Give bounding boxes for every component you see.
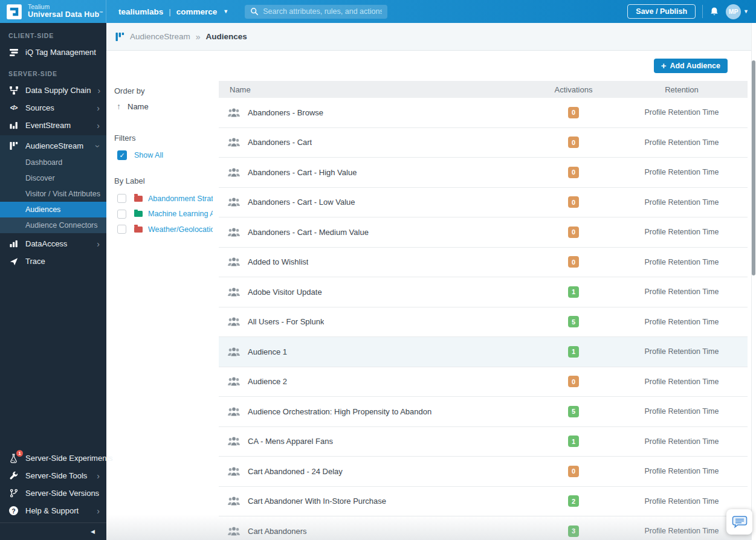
retention-value: Profile Retention Time — [645, 527, 719, 535]
brand-product: Universal Data Hub™ — [28, 11, 103, 19]
audience-row[interactable]: Abandoners - Cart - Low Value 0 Profile … — [219, 188, 748, 218]
notifications-bell-icon[interactable] — [709, 7, 719, 17]
breadcrumb-current: Audiences — [206, 32, 247, 41]
audience-row[interactable]: CA - Mens Apparel Fans 1 Profile Retenti… — [219, 427, 748, 457]
activations-cell: 0 — [531, 107, 616, 118]
audience-row[interactable]: Abandoners - Browse 0 Profile Retention … — [219, 98, 748, 128]
audience-name: CA - Mens Apparel Fans — [248, 437, 333, 446]
activations-badge: 2 — [568, 495, 579, 507]
sidebar-item-server-side-experiments[interactable]: 1 Server-Side Experiments — [0, 449, 106, 467]
sidebar-item-audiencestream[interactable]: AudienceStream › — [0, 137, 106, 155]
audience-row[interactable]: Audience Orchestration: High Propensity … — [219, 397, 748, 427]
label-checkbox[interactable] — [117, 225, 126, 234]
scrollbar-thumb[interactable] — [752, 60, 755, 275]
audience-group-icon — [227, 527, 241, 536]
sidebar-item-visitor-visit-attributes[interactable]: Visitor / Visit Attributes — [0, 186, 106, 202]
app-root: Tealium Universal Data Hub™ tealiumlabs … — [0, 0, 756, 540]
account-separator: | — [169, 7, 171, 16]
column-header-activations[interactable]: Activations — [531, 85, 616, 94]
audience-name-cell: Audience 1 — [219, 347, 531, 356]
retention-value: Profile Retention Time — [645, 437, 719, 446]
retention-cell: Profile Retention Time — [616, 407, 748, 416]
label-name: Machine Learning A... — [148, 210, 213, 218]
filters-label: Filters — [114, 133, 213, 143]
save-publish-button[interactable]: Save / Publish — [627, 4, 696, 19]
sidebar-item-sources[interactable]: </> Sources › — [0, 99, 106, 117]
section-label-server-side: SERVER-SIDE — [0, 61, 106, 82]
sidebar-item-label: Data Supply Chain — [25, 86, 91, 95]
label-filter-item[interactable]: Weather/Geolocation — [117, 222, 213, 237]
account-profile-switcher[interactable]: tealiumlabs | commerce ▼ — [118, 7, 228, 16]
search-input[interactable] — [263, 7, 382, 16]
audience-row[interactable]: Abandoners - Cart 0 Profile Retention Ti… — [219, 128, 748, 158]
sidebar-collapse[interactable]: ◀ — [0, 522, 106, 540]
vertical-scrollbar[interactable] — [751, 23, 756, 540]
retention-cell: Profile Retention Time — [616, 378, 748, 386]
breadcrumb-parent[interactable]: AudienceStream — [130, 32, 190, 41]
chat-widget-button[interactable] — [726, 509, 752, 535]
sidebar-item-audience-connectors[interactable]: Audience Connectors — [0, 217, 106, 233]
sidebar-item-server-side-tools[interactable]: Server-Side Tools › — [0, 467, 106, 484]
add-audience-button[interactable]: + Add Audience — [654, 59, 728, 73]
audience-row[interactable]: Added to Wishlist 0 Profile Retention Ti… — [219, 248, 748, 278]
chevron-right-icon: › — [97, 121, 100, 130]
profile-name: commerce — [176, 7, 218, 16]
label-checkbox[interactable] — [117, 210, 126, 219]
breadcrumb-separator-icon: » — [196, 32, 201, 42]
avatar[interactable]: MP — [726, 4, 741, 19]
sidebar-item-dashboard[interactable]: Dashboard — [0, 155, 106, 170]
label-filter-item[interactable]: Abandonment Strat... — [117, 191, 213, 207]
retention-value: Profile Retention Time — [645, 497, 719, 506]
activations-cell: 0 — [531, 466, 616, 477]
sidebar: CLIENT-SIDE iQ Tag Management SERVER-SID… — [0, 23, 106, 540]
audience-group-icon — [227, 497, 241, 506]
audience-row[interactable]: Cart Abandoner With In-Store Purchase 2 … — [219, 487, 748, 517]
activations-cell: 1 — [531, 286, 616, 298]
retention-cell: Profile Retention Time — [616, 168, 748, 176]
table-header: Name Activations Retention — [219, 81, 748, 98]
audience-row[interactable]: Adobe Visitor Update 1 Profile Retention… — [219, 277, 748, 307]
audience-row[interactable]: Audience 1 1 Profile Retention Time — [219, 337, 748, 367]
audience-group-icon — [227, 467, 241, 476]
sidebar-item-dataaccess[interactable]: DataAccess › — [0, 235, 106, 252]
global-search[interactable] — [245, 5, 387, 19]
column-header-name[interactable]: Name — [219, 85, 531, 94]
audience-row[interactable]: All Users - For Splunk 5 Profile Retenti… — [219, 307, 748, 338]
sidebar-item-help-support[interactable]: ? Help & Support › — [0, 502, 106, 519]
audience-row[interactable]: Cart Abandoners 3 Profile Retention Time — [219, 516, 748, 540]
retention-cell: Profile Retention Time — [616, 108, 748, 117]
sidebar-item-eventstream[interactable]: EventStream › — [0, 117, 106, 134]
versions-branch-icon — [8, 489, 19, 498]
column-header-retention[interactable]: Retention — [616, 85, 748, 94]
experiments-badge: 1 — [16, 450, 23, 457]
label-checkbox[interactable] — [117, 194, 126, 203]
label-filter-item[interactable]: Machine Learning A... — [117, 207, 213, 222]
audience-row[interactable]: Abandoners - Cart - High Value 0 Profile… — [219, 158, 748, 188]
audience-row[interactable]: Cart Abandoned - 24 Delay 0 Profile Rete… — [219, 457, 748, 487]
sidebar-item-iq-tag-management[interactable]: iQ Tag Management — [0, 43, 106, 61]
show-all-label: Show All — [134, 151, 163, 159]
brand[interactable]: Tealium Universal Data Hub™ — [0, 0, 106, 23]
sidebar-item-label: Server-Side Experiments — [25, 454, 113, 463]
sidebar-item-data-supply-chain[interactable]: Data Supply Chain › — [0, 82, 106, 99]
sidebar-item-server-side-versions[interactable]: Server-Side Versions — [0, 484, 106, 502]
activations-cell: 1 — [531, 436, 616, 447]
audience-row[interactable]: Abandoners - Cart - Medium Value 0 Profi… — [219, 217, 748, 248]
audiencestream-group: AudienceStream › Dashboard Discover Visi… — [0, 135, 106, 233]
sidebar-item-trace[interactable]: Trace — [0, 252, 106, 270]
show-all-checkbox[interactable]: ✓ — [117, 150, 127, 160]
sidebar-item-audiences[interactable]: Audiences — [0, 202, 106, 217]
activations-badge: 1 — [568, 436, 579, 447]
audience-group-icon — [227, 198, 241, 207]
header-actions: Save / Publish MP ▼ — [627, 4, 756, 19]
label-name: Abandonment Strat... — [148, 194, 213, 203]
sidebar-item-discover[interactable]: Discover — [0, 170, 106, 186]
sidebar-item-label: DataAccess — [25, 239, 67, 248]
user-menu[interactable]: MP ▼ — [726, 4, 749, 19]
audience-name: Audience Orchestration: High Propensity … — [248, 407, 431, 416]
audience-row[interactable]: Audience 2 0 Profile Retention Time — [219, 367, 748, 397]
show-all-filter[interactable]: ✓ Show All — [117, 150, 213, 160]
activations-badge: 5 — [568, 316, 579, 327]
order-by-control[interactable]: ↑ Name — [117, 101, 213, 111]
audience-name: Cart Abandoners — [248, 527, 307, 536]
